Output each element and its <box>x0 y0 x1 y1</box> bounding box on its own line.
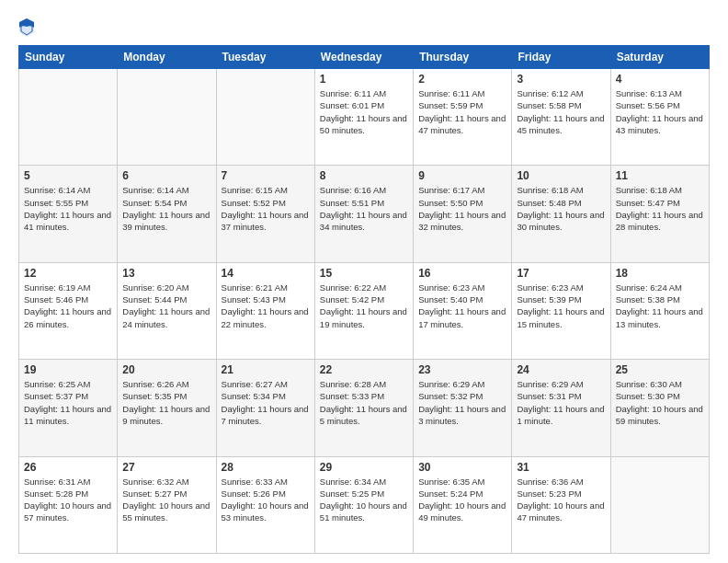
day-info: Sunrise: 6:14 AM Sunset: 5:55 PM Dayligh… <box>24 184 112 233</box>
day-number: 24 <box>517 363 605 376</box>
calendar-cell: 9Sunrise: 6:17 AM Sunset: 5:50 PM Daylig… <box>414 166 512 262</box>
calendar-table: SundayMondayTuesdayWednesdayThursdayFrid… <box>18 45 710 554</box>
calendar-cell: 6Sunrise: 6:14 AM Sunset: 5:54 PM Daylig… <box>118 166 216 262</box>
day-info: Sunrise: 6:33 AM Sunset: 5:26 PM Dayligh… <box>222 476 310 524</box>
day-info: Sunrise: 6:25 AM Sunset: 5:37 PM Dayligh… <box>24 378 112 427</box>
calendar-weekday-thursday: Thursday <box>414 46 512 69</box>
calendar-cell: 15Sunrise: 6:22 AM Sunset: 5:42 PM Dayli… <box>314 262 413 359</box>
day-number: 22 <box>320 363 408 376</box>
calendar-cell: 7Sunrise: 6:15 AM Sunset: 5:52 PM Daylig… <box>216 166 314 262</box>
calendar-header-row: SundayMondayTuesdayWednesdayThursdayFrid… <box>19 46 710 69</box>
day-info: Sunrise: 6:35 AM Sunset: 5:24 PM Dayligh… <box>418 476 506 524</box>
calendar-weekday-monday: Monday <box>118 46 216 69</box>
calendar-cell: 25Sunrise: 6:30 AM Sunset: 5:30 PM Dayli… <box>610 360 709 456</box>
logo-icon <box>18 17 35 38</box>
day-info: Sunrise: 6:23 AM Sunset: 5:40 PM Dayligh… <box>418 282 506 330</box>
day-info: Sunrise: 6:18 AM Sunset: 5:48 PM Dayligh… <box>517 184 605 233</box>
calendar-week-row: 26Sunrise: 6:31 AM Sunset: 5:28 PM Dayli… <box>19 456 710 553</box>
calendar-cell <box>610 456 709 553</box>
day-number: 25 <box>616 363 704 376</box>
calendar-cell: 22Sunrise: 6:28 AM Sunset: 5:33 PM Dayli… <box>314 360 413 456</box>
day-number: 29 <box>320 461 408 474</box>
calendar-cell: 3Sunrise: 6:12 AM Sunset: 5:58 PM Daylig… <box>512 69 610 166</box>
calendar-cell <box>118 69 216 166</box>
day-info: Sunrise: 6:19 AM Sunset: 5:46 PM Dayligh… <box>24 282 112 330</box>
day-number: 27 <box>122 461 210 474</box>
header <box>18 14 710 38</box>
day-number: 26 <box>24 461 112 474</box>
calendar-cell: 26Sunrise: 6:31 AM Sunset: 5:28 PM Dayli… <box>19 456 118 553</box>
calendar-cell <box>19 69 118 166</box>
calendar-cell: 19Sunrise: 6:25 AM Sunset: 5:37 PM Dayli… <box>19 360 118 456</box>
day-number: 31 <box>517 461 605 474</box>
day-number: 1 <box>320 73 408 86</box>
day-number: 18 <box>616 267 704 280</box>
calendar-cell: 13Sunrise: 6:20 AM Sunset: 5:44 PM Dayli… <box>118 262 216 359</box>
day-info: Sunrise: 6:32 AM Sunset: 5:27 PM Dayligh… <box>122 476 210 524</box>
calendar-week-row: 12Sunrise: 6:19 AM Sunset: 5:46 PM Dayli… <box>19 262 710 359</box>
calendar-cell: 30Sunrise: 6:35 AM Sunset: 5:24 PM Dayli… <box>414 456 512 553</box>
day-info: Sunrise: 6:31 AM Sunset: 5:28 PM Dayligh… <box>24 476 112 524</box>
day-info: Sunrise: 6:18 AM Sunset: 5:47 PM Dayligh… <box>616 184 704 233</box>
day-info: Sunrise: 6:15 AM Sunset: 5:52 PM Dayligh… <box>222 184 310 233</box>
calendar-cell: 11Sunrise: 6:18 AM Sunset: 5:47 PM Dayli… <box>610 166 709 262</box>
page: SundayMondayTuesdayWednesdayThursdayFrid… <box>0 0 728 563</box>
day-info: Sunrise: 6:30 AM Sunset: 5:30 PM Dayligh… <box>616 378 704 427</box>
calendar-cell: 12Sunrise: 6:19 AM Sunset: 5:46 PM Dayli… <box>19 262 118 359</box>
day-info: Sunrise: 6:29 AM Sunset: 5:32 PM Dayligh… <box>418 378 506 427</box>
day-info: Sunrise: 6:12 AM Sunset: 5:58 PM Dayligh… <box>517 87 605 136</box>
calendar-cell: 18Sunrise: 6:24 AM Sunset: 5:38 PM Dayli… <box>610 262 709 359</box>
day-info: Sunrise: 6:14 AM Sunset: 5:54 PM Dayligh… <box>122 184 210 233</box>
day-number: 17 <box>517 267 605 280</box>
calendar-cell: 31Sunrise: 6:36 AM Sunset: 5:23 PM Dayli… <box>512 456 610 553</box>
day-number: 10 <box>517 169 605 182</box>
day-number: 11 <box>616 169 704 182</box>
calendar-cell: 23Sunrise: 6:29 AM Sunset: 5:32 PM Dayli… <box>414 360 512 456</box>
day-number: 6 <box>122 169 210 182</box>
day-info: Sunrise: 6:11 AM Sunset: 5:59 PM Dayligh… <box>418 87 506 136</box>
day-info: Sunrise: 6:24 AM Sunset: 5:38 PM Dayligh… <box>616 282 704 330</box>
calendar-weekday-wednesday: Wednesday <box>314 46 413 69</box>
day-number: 9 <box>418 169 506 182</box>
day-number: 23 <box>418 363 506 376</box>
calendar-cell: 5Sunrise: 6:14 AM Sunset: 5:55 PM Daylig… <box>19 166 118 262</box>
day-info: Sunrise: 6:20 AM Sunset: 5:44 PM Dayligh… <box>122 282 210 330</box>
calendar-cell: 4Sunrise: 6:13 AM Sunset: 5:56 PM Daylig… <box>610 69 709 166</box>
calendar-weekday-friday: Friday <box>512 46 610 69</box>
day-number: 30 <box>418 461 506 474</box>
day-number: 13 <box>122 267 210 280</box>
day-info: Sunrise: 6:17 AM Sunset: 5:50 PM Dayligh… <box>418 184 506 233</box>
day-info: Sunrise: 6:23 AM Sunset: 5:39 PM Dayligh… <box>517 282 605 330</box>
day-number: 8 <box>320 169 408 182</box>
day-number: 19 <box>24 363 112 376</box>
calendar-weekday-sunday: Sunday <box>19 46 118 69</box>
calendar-weekday-saturday: Saturday <box>610 46 709 69</box>
calendar-cell: 2Sunrise: 6:11 AM Sunset: 5:59 PM Daylig… <box>414 69 512 166</box>
day-number: 7 <box>222 169 310 182</box>
day-number: 2 <box>418 73 506 86</box>
day-number: 21 <box>222 363 310 376</box>
day-number: 4 <box>616 73 704 86</box>
calendar-cell: 17Sunrise: 6:23 AM Sunset: 5:39 PM Dayli… <box>512 262 610 359</box>
calendar-cell: 10Sunrise: 6:18 AM Sunset: 5:48 PM Dayli… <box>512 166 610 262</box>
day-info: Sunrise: 6:26 AM Sunset: 5:35 PM Dayligh… <box>122 378 210 427</box>
day-info: Sunrise: 6:29 AM Sunset: 5:31 PM Dayligh… <box>517 378 605 427</box>
calendar-weekday-tuesday: Tuesday <box>216 46 314 69</box>
day-number: 14 <box>222 267 310 280</box>
logo <box>18 17 39 38</box>
day-number: 5 <box>24 169 112 182</box>
calendar-cell: 14Sunrise: 6:21 AM Sunset: 5:43 PM Dayli… <box>216 262 314 359</box>
day-info: Sunrise: 6:13 AM Sunset: 5:56 PM Dayligh… <box>616 87 704 136</box>
day-info: Sunrise: 6:36 AM Sunset: 5:23 PM Dayligh… <box>517 476 605 524</box>
calendar-cell: 29Sunrise: 6:34 AM Sunset: 5:25 PM Dayli… <box>314 456 413 553</box>
calendar-cell: 28Sunrise: 6:33 AM Sunset: 5:26 PM Dayli… <box>216 456 314 553</box>
day-info: Sunrise: 6:28 AM Sunset: 5:33 PM Dayligh… <box>320 378 408 427</box>
calendar-cell: 16Sunrise: 6:23 AM Sunset: 5:40 PM Dayli… <box>414 262 512 359</box>
day-number: 12 <box>24 267 112 280</box>
calendar-cell: 8Sunrise: 6:16 AM Sunset: 5:51 PM Daylig… <box>314 166 413 262</box>
day-number: 3 <box>517 73 605 86</box>
day-info: Sunrise: 6:11 AM Sunset: 6:01 PM Dayligh… <box>320 87 408 136</box>
calendar-cell: 20Sunrise: 6:26 AM Sunset: 5:35 PM Dayli… <box>118 360 216 456</box>
calendar-cell: 24Sunrise: 6:29 AM Sunset: 5:31 PM Dayli… <box>512 360 610 456</box>
day-info: Sunrise: 6:16 AM Sunset: 5:51 PM Dayligh… <box>320 184 408 233</box>
